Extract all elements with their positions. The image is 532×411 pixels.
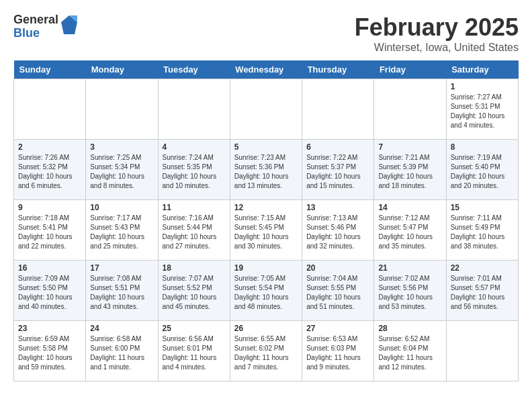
calendar-cell: 24Sunrise: 6:58 AMSunset: 6:00 PMDayligh…	[86, 321, 158, 381]
day-number: 8	[451, 142, 514, 152]
day-info: Sunrise: 7:27 AMSunset: 5:31 PMDaylight:…	[451, 93, 514, 130]
day-number: 23	[18, 324, 81, 333]
day-info: Sunrise: 6:52 AMSunset: 6:04 PMDaylight:…	[378, 334, 441, 372]
calendar-week-4: 16Sunrise: 7:09 AMSunset: 5:50 PMDayligh…	[14, 261, 519, 321]
day-info: Sunrise: 6:58 AMSunset: 6:00 PMDaylight:…	[90, 334, 153, 372]
day-info: Sunrise: 7:04 AMSunset: 5:55 PMDaylight:…	[306, 274, 369, 312]
day-number: 15	[451, 203, 514, 212]
calendar-cell	[374, 79, 446, 140]
day-number: 13	[306, 203, 369, 212]
header: General Blue February 2025 Winterset, Io…	[13, 13, 519, 54]
calendar-cell: 17Sunrise: 7:08 AMSunset: 5:51 PMDayligh…	[86, 261, 158, 321]
logo-blue: Blue	[13, 27, 58, 40]
day-info: Sunrise: 7:02 AMSunset: 5:56 PMDaylight:…	[378, 274, 441, 312]
weekday-header-friday: Friday	[374, 60, 446, 79]
calendar-week-2: 2Sunrise: 7:26 AMSunset: 5:32 PMDaylight…	[14, 140, 519, 200]
day-number: 12	[234, 203, 298, 212]
calendar-cell: 22Sunrise: 7:01 AMSunset: 5:57 PMDayligh…	[446, 261, 518, 321]
calendar-cell: 9Sunrise: 7:18 AMSunset: 5:41 PMDaylight…	[14, 200, 86, 261]
weekday-header-thursday: Thursday	[302, 60, 374, 79]
calendar-cell: 3Sunrise: 7:25 AMSunset: 5:34 PMDaylight…	[86, 140, 158, 200]
logo-text: General Blue	[13, 13, 58, 40]
day-info: Sunrise: 6:55 AMSunset: 6:02 PMDaylight:…	[234, 334, 298, 372]
day-number: 5	[234, 142, 298, 152]
calendar-cell	[14, 79, 86, 140]
day-info: Sunrise: 7:22 AMSunset: 5:37 PMDaylight:…	[306, 153, 369, 191]
calendar-week-5: 23Sunrise: 6:59 AMSunset: 5:58 PMDayligh…	[14, 321, 519, 381]
day-number: 1	[451, 82, 514, 91]
calendar-cell	[230, 79, 302, 140]
day-info: Sunrise: 7:15 AMSunset: 5:45 PMDaylight:…	[234, 214, 298, 251]
calendar-cell: 15Sunrise: 7:11 AMSunset: 5:49 PMDayligh…	[446, 200, 518, 261]
day-number: 27	[306, 324, 369, 333]
calendar-subtitle: Winterset, Iowa, United States	[355, 42, 519, 54]
day-number: 18	[163, 263, 226, 273]
calendar-cell: 21Sunrise: 7:02 AMSunset: 5:56 PMDayligh…	[374, 261, 446, 321]
calendar-body: 1Sunrise: 7:27 AMSunset: 5:31 PMDaylight…	[14, 79, 519, 381]
day-info: Sunrise: 7:17 AMSunset: 5:43 PMDaylight:…	[90, 214, 153, 251]
day-number: 20	[306, 263, 369, 273]
day-info: Sunrise: 7:08 AMSunset: 5:51 PMDaylight:…	[90, 274, 153, 312]
calendar-cell: 16Sunrise: 7:09 AMSunset: 5:50 PMDayligh…	[14, 261, 86, 321]
day-info: Sunrise: 6:59 AMSunset: 5:58 PMDaylight:…	[18, 334, 81, 372]
title-block: February 2025 Winterset, Iowa, United St…	[355, 13, 519, 54]
day-info: Sunrise: 7:07 AMSunset: 5:52 PMDaylight:…	[163, 274, 226, 312]
calendar-cell: 26Sunrise: 6:55 AMSunset: 6:02 PMDayligh…	[230, 321, 302, 381]
calendar-cell: 12Sunrise: 7:15 AMSunset: 5:45 PMDayligh…	[230, 200, 302, 261]
calendar-cell: 19Sunrise: 7:05 AMSunset: 5:54 PMDayligh…	[230, 261, 302, 321]
day-info: Sunrise: 7:19 AMSunset: 5:40 PMDaylight:…	[451, 153, 514, 191]
day-number: 17	[90, 263, 153, 273]
day-number: 22	[451, 263, 514, 273]
calendar-cell: 11Sunrise: 7:16 AMSunset: 5:44 PMDayligh…	[158, 200, 230, 261]
day-number: 26	[234, 324, 298, 333]
day-number: 6	[306, 142, 369, 152]
day-number: 24	[90, 324, 153, 333]
calendar-cell: 18Sunrise: 7:07 AMSunset: 5:52 PMDayligh…	[158, 261, 230, 321]
day-info: Sunrise: 7:12 AMSunset: 5:47 PMDaylight:…	[378, 214, 441, 251]
calendar-cell	[446, 321, 518, 381]
day-info: Sunrise: 7:23 AMSunset: 5:36 PMDaylight:…	[234, 153, 298, 191]
day-number: 9	[18, 203, 81, 212]
calendar-title: February 2025	[355, 13, 519, 42]
weekday-header-row: SundayMondayTuesdayWednesdayThursdayFrid…	[14, 60, 519, 79]
calendar-cell: 14Sunrise: 7:12 AMSunset: 5:47 PMDayligh…	[374, 200, 446, 261]
day-number: 14	[378, 203, 441, 212]
weekday-header-tuesday: Tuesday	[158, 60, 230, 79]
day-info: Sunrise: 7:18 AMSunset: 5:41 PMDaylight:…	[18, 214, 81, 251]
calendar-cell: 23Sunrise: 6:59 AMSunset: 5:58 PMDayligh…	[14, 321, 86, 381]
calendar-cell	[86, 79, 158, 140]
calendar-cell: 28Sunrise: 6:52 AMSunset: 6:04 PMDayligh…	[374, 321, 446, 381]
day-info: Sunrise: 7:16 AMSunset: 5:44 PMDaylight:…	[163, 214, 226, 251]
day-number: 4	[163, 142, 226, 152]
day-info: Sunrise: 7:13 AMSunset: 5:46 PMDaylight:…	[306, 214, 369, 251]
calendar-week-1: 1Sunrise: 7:27 AMSunset: 5:31 PMDaylight…	[14, 79, 519, 140]
weekday-header-wednesday: Wednesday	[230, 60, 302, 79]
calendar-cell	[158, 79, 230, 140]
logo-icon	[61, 15, 77, 36]
logo: General Blue	[13, 13, 77, 40]
day-info: Sunrise: 7:21 AMSunset: 5:39 PMDaylight:…	[378, 153, 441, 191]
day-number: 10	[90, 203, 153, 212]
calendar-cell: 1Sunrise: 7:27 AMSunset: 5:31 PMDaylight…	[446, 79, 518, 140]
weekday-header-monday: Monday	[86, 60, 158, 79]
calendar-cell: 8Sunrise: 7:19 AMSunset: 5:40 PMDaylight…	[446, 140, 518, 200]
calendar-table: SundayMondayTuesdayWednesdayThursdayFrid…	[13, 60, 519, 381]
day-info: Sunrise: 6:53 AMSunset: 6:03 PMDaylight:…	[306, 334, 369, 372]
calendar-header: SundayMondayTuesdayWednesdayThursdayFrid…	[14, 60, 519, 79]
day-info: Sunrise: 7:01 AMSunset: 5:57 PMDaylight:…	[451, 274, 514, 312]
calendar-cell: 7Sunrise: 7:21 AMSunset: 5:39 PMDaylight…	[374, 140, 446, 200]
calendar-cell: 13Sunrise: 7:13 AMSunset: 5:46 PMDayligh…	[302, 200, 374, 261]
calendar-week-3: 9Sunrise: 7:18 AMSunset: 5:41 PMDaylight…	[14, 200, 519, 261]
day-number: 21	[378, 263, 441, 273]
day-info: Sunrise: 6:56 AMSunset: 6:01 PMDaylight:…	[163, 334, 226, 372]
calendar-cell: 5Sunrise: 7:23 AMSunset: 5:36 PMDaylight…	[230, 140, 302, 200]
day-number: 2	[18, 142, 81, 152]
day-number: 25	[163, 324, 226, 333]
weekday-header-saturday: Saturday	[446, 60, 518, 79]
calendar-cell: 20Sunrise: 7:04 AMSunset: 5:55 PMDayligh…	[302, 261, 374, 321]
calendar-cell: 27Sunrise: 6:53 AMSunset: 6:03 PMDayligh…	[302, 321, 374, 381]
day-number: 19	[234, 263, 298, 273]
calendar-cell: 10Sunrise: 7:17 AMSunset: 5:43 PMDayligh…	[86, 200, 158, 261]
calendar-cell: 2Sunrise: 7:26 AMSunset: 5:32 PMDaylight…	[14, 140, 86, 200]
logo-general: General	[13, 13, 58, 27]
